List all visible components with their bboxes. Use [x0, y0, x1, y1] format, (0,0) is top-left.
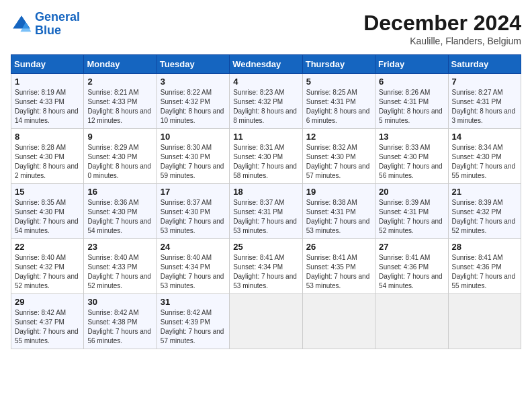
day-info: Sunrise: 8:33 AM Sunset: 4:30 PM Dayligh…: [379, 143, 444, 181]
day-number: 13: [379, 132, 444, 142]
calendar-cell: 21 Sunrise: 8:39 AM Sunset: 4:32 PM Dayl…: [448, 184, 521, 239]
day-info: Sunrise: 8:23 AM Sunset: 4:32 PM Dayligh…: [233, 88, 298, 126]
day-number: 31: [161, 297, 226, 307]
day-number: 12: [306, 132, 371, 142]
calendar-header-sunday: Sunday: [11, 55, 84, 74]
calendar-cell: 4 Sunrise: 8:23 AM Sunset: 4:32 PM Dayli…: [230, 74, 302, 129]
day-number: 25: [233, 242, 298, 252]
calendar-cell: 14 Sunrise: 8:34 AM Sunset: 4:30 PM Dayl…: [448, 129, 521, 184]
day-number: 17: [161, 187, 226, 197]
day-number: 30: [87, 297, 152, 307]
calendar-cell: 12 Sunrise: 8:32 AM Sunset: 4:30 PM Dayl…: [302, 129, 375, 184]
calendar-cell: 22 Sunrise: 8:40 AM Sunset: 4:32 PM Dayl…: [11, 239, 84, 294]
day-info: Sunrise: 8:37 AM Sunset: 4:30 PM Dayligh…: [161, 198, 226, 236]
calendar-cell: [375, 294, 448, 349]
calendar-cell: 7 Sunrise: 8:27 AM Sunset: 4:31 PM Dayli…: [448, 74, 521, 129]
calendar-cell: 28 Sunrise: 8:41 AM Sunset: 4:36 PM Dayl…: [448, 239, 521, 294]
day-number: 1: [15, 77, 80, 87]
calendar-cell: 31 Sunrise: 8:42 AM Sunset: 4:39 PM Dayl…: [157, 294, 229, 349]
calendar-cell: 1 Sunrise: 8:19 AM Sunset: 4:33 PM Dayli…: [11, 74, 84, 129]
day-number: 16: [87, 187, 152, 197]
day-info: Sunrise: 8:42 AM Sunset: 4:38 PM Dayligh…: [87, 308, 152, 346]
calendar-cell: 23 Sunrise: 8:40 AM Sunset: 4:33 PM Dayl…: [84, 239, 157, 294]
calendar-cell: 19 Sunrise: 8:38 AM Sunset: 4:31 PM Dayl…: [302, 184, 375, 239]
calendar-cell: 6 Sunrise: 8:26 AM Sunset: 4:31 PM Dayli…: [375, 74, 448, 129]
day-number: 22: [15, 242, 80, 252]
calendar-cell: 17 Sunrise: 8:37 AM Sunset: 4:30 PM Dayl…: [157, 184, 229, 239]
calendar-cell: 10 Sunrise: 8:30 AM Sunset: 4:30 PM Dayl…: [157, 129, 229, 184]
day-info: Sunrise: 8:21 AM Sunset: 4:33 PM Dayligh…: [87, 88, 152, 126]
day-number: 2: [87, 77, 152, 87]
day-number: 14: [452, 132, 517, 142]
day-number: 9: [87, 132, 152, 142]
day-info: Sunrise: 8:35 AM Sunset: 4:30 PM Dayligh…: [15, 198, 80, 236]
calendar-cell: 9 Sunrise: 8:29 AM Sunset: 4:30 PM Dayli…: [84, 129, 157, 184]
logo-text: General Blue: [35, 11, 80, 38]
title-block: December 2024 Kaulille, Flanders, Belgiu…: [363, 11, 521, 46]
calendar-header-row: SundayMondayTuesdayWednesdayThursdayFrid…: [11, 55, 521, 74]
calendar-cell: 30 Sunrise: 8:42 AM Sunset: 4:38 PM Dayl…: [84, 294, 157, 349]
day-number: 8: [15, 132, 80, 142]
calendar-cell: 27 Sunrise: 8:41 AM Sunset: 4:36 PM Dayl…: [375, 239, 448, 294]
month-title: December 2024: [363, 11, 521, 36]
day-number: 21: [452, 187, 517, 197]
calendar-header-thursday: Thursday: [302, 55, 375, 74]
day-number: 29: [15, 297, 80, 307]
day-number: 7: [452, 77, 517, 87]
day-info: Sunrise: 8:42 AM Sunset: 4:37 PM Dayligh…: [15, 308, 80, 346]
day-info: Sunrise: 8:39 AM Sunset: 4:31 PM Dayligh…: [379, 198, 444, 236]
calendar-cell: 3 Sunrise: 8:22 AM Sunset: 4:32 PM Dayli…: [157, 74, 229, 129]
day-info: Sunrise: 8:40 AM Sunset: 4:33 PM Dayligh…: [87, 253, 152, 291]
day-number: 28: [452, 242, 517, 252]
day-info: Sunrise: 8:40 AM Sunset: 4:32 PM Dayligh…: [15, 253, 80, 291]
calendar-cell: 18 Sunrise: 8:37 AM Sunset: 4:31 PM Dayl…: [230, 184, 302, 239]
calendar-header-monday: Monday: [84, 55, 157, 74]
calendar-cell: 11 Sunrise: 8:31 AM Sunset: 4:30 PM Dayl…: [230, 129, 302, 184]
day-info: Sunrise: 8:31 AM Sunset: 4:30 PM Dayligh…: [233, 143, 298, 181]
day-info: Sunrise: 8:27 AM Sunset: 4:31 PM Dayligh…: [452, 88, 517, 126]
day-info: Sunrise: 8:25 AM Sunset: 4:31 PM Dayligh…: [306, 88, 371, 126]
day-number: 26: [306, 242, 371, 252]
logo-icon: [11, 13, 32, 35]
day-number: 3: [161, 77, 226, 87]
day-info: Sunrise: 8:40 AM Sunset: 4:34 PM Dayligh…: [161, 253, 226, 291]
calendar-week-row: 22 Sunrise: 8:40 AM Sunset: 4:32 PM Dayl…: [11, 239, 521, 294]
day-number: 6: [379, 77, 444, 87]
calendar-cell: 24 Sunrise: 8:40 AM Sunset: 4:34 PM Dayl…: [157, 239, 229, 294]
day-info: Sunrise: 8:39 AM Sunset: 4:32 PM Dayligh…: [452, 198, 517, 236]
logo: General Blue: [11, 11, 80, 38]
day-number: 18: [233, 187, 298, 197]
day-info: Sunrise: 8:41 AM Sunset: 4:35 PM Dayligh…: [306, 253, 371, 291]
day-number: 11: [233, 132, 298, 142]
day-info: Sunrise: 8:32 AM Sunset: 4:30 PM Dayligh…: [306, 143, 371, 181]
day-info: Sunrise: 8:41 AM Sunset: 4:34 PM Dayligh…: [233, 253, 298, 291]
calendar-cell: 2 Sunrise: 8:21 AM Sunset: 4:33 PM Dayli…: [84, 74, 157, 129]
day-number: 15: [15, 187, 80, 197]
day-info: Sunrise: 8:37 AM Sunset: 4:31 PM Dayligh…: [233, 198, 298, 236]
day-info: Sunrise: 8:22 AM Sunset: 4:32 PM Dayligh…: [161, 88, 226, 126]
calendar-cell: [448, 294, 521, 349]
day-number: 24: [161, 242, 226, 252]
day-number: 27: [379, 242, 444, 252]
calendar-week-row: 29 Sunrise: 8:42 AM Sunset: 4:37 PM Dayl…: [11, 294, 521, 349]
calendar-cell: 8 Sunrise: 8:28 AM Sunset: 4:30 PM Dayli…: [11, 129, 84, 184]
day-number: 20: [379, 187, 444, 197]
day-info: Sunrise: 8:38 AM Sunset: 4:31 PM Dayligh…: [306, 198, 371, 236]
day-info: Sunrise: 8:26 AM Sunset: 4:31 PM Dayligh…: [379, 88, 444, 126]
day-info: Sunrise: 8:36 AM Sunset: 4:30 PM Dayligh…: [87, 198, 152, 236]
calendar-table: SundayMondayTuesdayWednesdayThursdayFrid…: [11, 54, 521, 349]
day-info: Sunrise: 8:28 AM Sunset: 4:30 PM Dayligh…: [15, 143, 80, 181]
day-info: Sunrise: 8:19 AM Sunset: 4:33 PM Dayligh…: [15, 88, 80, 126]
calendar-cell: 25 Sunrise: 8:41 AM Sunset: 4:34 PM Dayl…: [230, 239, 302, 294]
day-info: Sunrise: 8:41 AM Sunset: 4:36 PM Dayligh…: [452, 253, 517, 291]
calendar-cell: 16 Sunrise: 8:36 AM Sunset: 4:30 PM Dayl…: [84, 184, 157, 239]
day-number: 23: [87, 242, 152, 252]
calendar-header-wednesday: Wednesday: [230, 55, 302, 74]
calendar-week-row: 15 Sunrise: 8:35 AM Sunset: 4:30 PM Dayl…: [11, 184, 521, 239]
calendar-header-saturday: Saturday: [448, 55, 521, 74]
calendar-cell: 26 Sunrise: 8:41 AM Sunset: 4:35 PM Dayl…: [302, 239, 375, 294]
calendar-cell: 29 Sunrise: 8:42 AM Sunset: 4:37 PM Dayl…: [11, 294, 84, 349]
calendar-cell: [230, 294, 302, 349]
day-number: 19: [306, 187, 371, 197]
calendar-week-row: 8 Sunrise: 8:28 AM Sunset: 4:30 PM Dayli…: [11, 129, 521, 184]
